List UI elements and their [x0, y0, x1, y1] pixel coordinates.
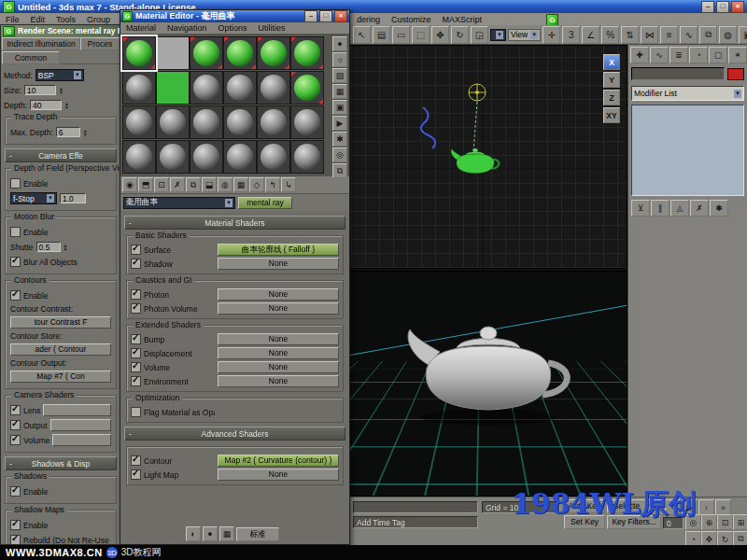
menu-customize[interactable]: Customize	[386, 15, 437, 24]
zoom-extents-all-icon[interactable]: ⊞	[733, 514, 747, 530]
material-editor-icon[interactable]: ◍	[719, 26, 737, 44]
curve-editor-icon[interactable]: ∿	[680, 26, 698, 44]
shader-slot-button[interactable]: None	[218, 258, 339, 270]
size-spinner[interactable]: ▲▼	[59, 87, 63, 94]
method-dropdown[interactable]: BSP▼	[35, 69, 84, 81]
size-field[interactable]: 10	[24, 85, 56, 95]
lens-shader-button[interactable]	[43, 404, 111, 416]
checkbox-flag-material-as-opaque[interactable]	[131, 407, 141, 417]
shader-slot-button[interactable]: None	[218, 375, 339, 387]
material-slot[interactable]	[223, 71, 257, 105]
rebuild-checkbox[interactable]	[10, 535, 21, 545]
checkbox-light-map[interactable]	[131, 469, 141, 480]
percent-snap-icon[interactable]: %	[601, 26, 619, 44]
rollout-header[interactable]: -Advanced Shaders	[124, 427, 345, 441]
shadow-maps-enable-checkbox[interactable]	[10, 520, 21, 530]
hierarchy-tab-icon[interactable]: ≣	[669, 47, 688, 63]
checkbox-volume[interactable]	[131, 362, 141, 372]
browse-icon[interactable]: ▦	[219, 526, 234, 541]
checkbox-bump[interactable]	[131, 334, 141, 344]
contour-store-button[interactable]: ader ( Contour	[10, 343, 111, 356]
fstop-dropdown[interactable]: f-Stop▼	[10, 192, 57, 204]
material-type-button[interactable]: mental ray	[238, 197, 292, 209]
zoom-extents-icon[interactable]: ⊡	[717, 514, 733, 530]
material-slot[interactable]	[223, 140, 257, 174]
menu-group[interactable]: Group	[81, 15, 116, 24]
material-slot[interactable]	[156, 105, 190, 139]
menu-file[interactable]: File	[0, 15, 25, 24]
shadows-displacement-header[interactable]: - Shadows & Disp	[5, 456, 117, 470]
material-slot[interactable]	[257, 105, 290, 139]
material-slot[interactable]	[122, 105, 156, 139]
modifier-list-dropdown[interactable]: Modifier List ▼	[631, 86, 744, 101]
max-depth-spinner[interactable]: ▲▼	[83, 129, 88, 136]
material-slot[interactable]	[156, 140, 190, 174]
me-menu-utilities[interactable]: Utilities	[253, 23, 291, 33]
selection-region-icon[interactable]: ▭	[392, 26, 410, 44]
me-close-button[interactable]: ×	[334, 10, 347, 22]
menu-edit[interactable]: Edit	[25, 15, 51, 24]
select-rotate-icon[interactable]: ↻	[451, 26, 469, 44]
make-preview-icon[interactable]: ▶	[332, 116, 347, 131]
display-tab-icon[interactable]: ▢	[709, 47, 727, 63]
modifier-stack[interactable]	[631, 105, 744, 196]
show-end-result-icon[interactable]: ◇	[249, 177, 264, 192]
utilities-tab-icon[interactable]: ✶	[728, 47, 747, 63]
material-slot[interactable]	[257, 36, 290, 70]
shader-slot-button[interactable]: None	[218, 288, 339, 301]
show-end-result-icon[interactable]: ∥	[651, 200, 669, 217]
menu-maxscript[interactable]: MAXScript	[437, 15, 488, 24]
sample-type-icon[interactable]: ●	[332, 36, 347, 51]
shader-slot-button[interactable]: None	[218, 361, 339, 373]
material-slot[interactable]	[290, 140, 324, 174]
max-depth-field[interactable]: 6	[56, 127, 80, 137]
material-slot[interactable]	[290, 71, 324, 105]
shader-slot-button[interactable]: None	[218, 302, 339, 315]
viewport-area[interactable]	[336, 45, 627, 497]
material-slot[interactable]	[290, 36, 324, 70]
angle-snap-icon[interactable]: ∠	[582, 26, 599, 44]
show-map-icon[interactable]: ▦	[233, 177, 248, 192]
menu-tools[interactable]: Tools	[50, 15, 81, 24]
go-parent-icon[interactable]: ↰	[265, 177, 280, 192]
material-slot[interactable]	[122, 71, 156, 105]
shader-slot-button[interactable]: None	[218, 347, 339, 359]
material-slot[interactable]	[223, 36, 257, 70]
select-scale-icon[interactable]: ◲	[471, 26, 488, 44]
background-icon[interactable]: ▨	[332, 68, 347, 83]
checkbox-photon[interactable]	[131, 289, 141, 300]
contour-output-button[interactable]: Map #7 ( Con	[10, 371, 111, 383]
time-tag-field[interactable]: Add Time Tag	[353, 516, 478, 528]
put-to-scene-icon[interactable]: ⬒	[138, 177, 153, 192]
checkbox-surface[interactable]	[131, 245, 141, 255]
zoom-icon[interactable]: ◎	[685, 514, 701, 530]
shutter-spinner[interactable]: ▲▼	[63, 244, 68, 251]
output-shader-button[interactable]	[50, 419, 111, 431]
volume-checkbox[interactable]	[10, 435, 21, 445]
spinner-snap-icon[interactable]: ⇅	[621, 26, 639, 44]
object-name-field[interactable]	[631, 67, 725, 80]
minimize-button[interactable]: –	[701, 1, 714, 13]
me-menu-options[interactable]: Options	[213, 23, 253, 33]
material-name-dropdown[interactable]: 毫用曲率 ▼	[123, 197, 235, 209]
lens-checkbox[interactable]	[10, 405, 21, 415]
shader-slot-button[interactable]: None	[218, 333, 339, 345]
select-manipulate-icon[interactable]: ✛	[543, 26, 560, 44]
auto-key-button[interactable]: Auto Key	[564, 499, 605, 513]
go-forward-icon[interactable]: ↳	[281, 177, 296, 192]
select-object-icon[interactable]: ↖	[353, 26, 371, 44]
align-icon[interactable]: ≡	[660, 26, 678, 44]
configure-icon[interactable]: ✱	[710, 200, 728, 217]
select-by-name-icon[interactable]: ▤	[373, 26, 390, 44]
tab-common[interactable]: Common	[2, 51, 60, 64]
selection-set-dropdown[interactable]: Selecte	[607, 499, 646, 513]
backlight-icon[interactable]: ☼	[332, 52, 347, 67]
select-move-icon[interactable]: ✥	[431, 26, 449, 44]
frame-field[interactable]: 0	[663, 517, 684, 529]
snap-toggle-icon[interactable]: 3	[562, 26, 580, 44]
footer-standard-button[interactable]: 标准	[236, 527, 279, 541]
assign-to-selection-icon[interactable]: ⊡	[154, 177, 169, 192]
fstop-field[interactable]: 1.0	[60, 193, 86, 203]
contour-contrast-button[interactable]: tour Contrast F	[10, 316, 111, 329]
zoom-all-icon[interactable]: ⊕	[701, 514, 717, 530]
